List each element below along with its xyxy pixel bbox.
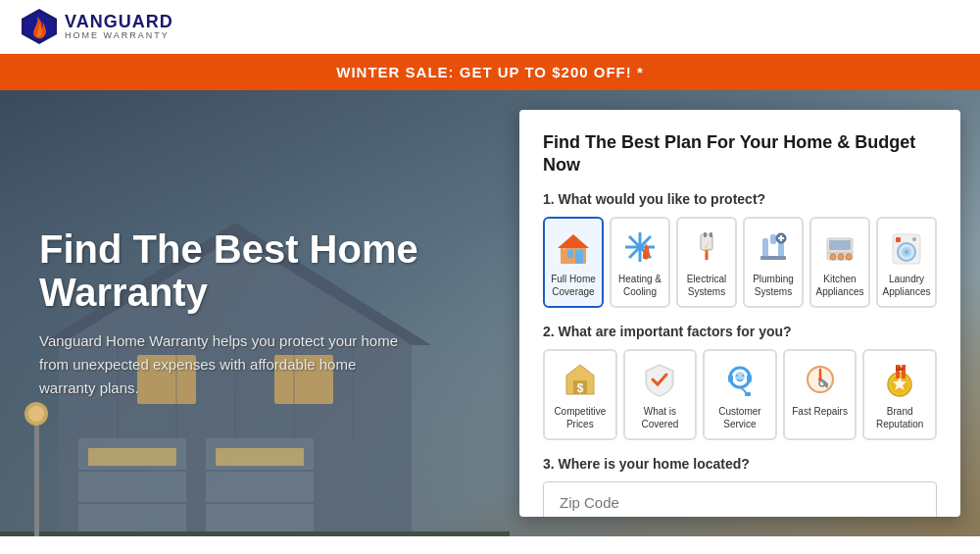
competitive-prices-label: Competitive Prices — [549, 405, 612, 430]
svg-point-49 — [838, 254, 844, 260]
protect-options-grid: Full Home Coverage — [543, 217, 937, 308]
header: VANGUARD HOME WARRANTY — [0, 0, 980, 54]
laundry-icon — [886, 227, 927, 268]
svg-point-50 — [846, 254, 852, 260]
brand-reputation-icon — [879, 359, 920, 400]
banner-asterisk: * — [632, 64, 644, 80]
logo-main-text: VANGUARD — [65, 13, 173, 30]
svg-rect-40 — [778, 242, 784, 258]
hero-subtitle: Vanguard Home Warranty helps you protect… — [39, 329, 412, 400]
plumbing-icon — [753, 227, 794, 268]
svg-rect-46 — [829, 240, 851, 250]
svg-rect-61 — [728, 375, 733, 382]
factor-options-grid: $ Competitive Prices What is Covere — [543, 349, 937, 440]
svg-marker-25 — [558, 234, 589, 248]
option-heating-cooling[interactable]: Heating & Cooling — [610, 217, 670, 308]
what-covered-label: What is Covered — [629, 405, 692, 430]
svg-rect-63 — [745, 392, 751, 396]
full-home-label: Full Home Coverage — [549, 273, 598, 298]
svg-text:$: $ — [576, 381, 583, 395]
kitchen-icon — [819, 227, 860, 268]
svg-rect-35 — [710, 232, 712, 237]
brand-reputation-label: Brand Reputation — [868, 405, 931, 430]
logo-text: VANGUARD HOME WARRANTY — [65, 13, 173, 40]
svg-rect-27 — [575, 250, 583, 264]
zip-code-input[interactable] — [543, 481, 937, 517]
option-full-home[interactable]: Full Home Coverage — [543, 217, 604, 308]
option-fast-repairs[interactable]: Fast Repairs — [783, 349, 858, 440]
svg-rect-28 — [564, 248, 565, 250]
logo: VANGUARD HOME WARRANTY — [20, 7, 173, 46]
quote-form-panel: Find The Best Plan For Your Home & Budge… — [519, 110, 960, 517]
option-customer-service[interactable]: Customer Service — [703, 349, 777, 440]
promo-banner: WINTER SALE: GET UP TO $200 OFF! * — [0, 54, 980, 90]
option-plumbing[interactable]: Plumbing Systems — [743, 217, 804, 308]
svg-rect-38 — [762, 238, 768, 258]
logo-icon — [20, 7, 59, 46]
question-3: 3. Where is your home located? — [543, 456, 937, 472]
svg-point-56 — [912, 237, 916, 241]
customer-service-icon — [719, 359, 760, 400]
svg-rect-26 — [567, 250, 573, 258]
svg-rect-41 — [760, 256, 786, 260]
question-1: 1. What would you like to protect? — [543, 191, 937, 207]
customer-service-label: Customer Service — [709, 405, 771, 430]
hero-left-panel: Find The Best Home Warranty Vanguard Hom… — [0, 90, 519, 536]
plumbing-label: Plumbing Systems — [749, 273, 798, 298]
svg-point-66 — [742, 375, 744, 377]
option-electrical[interactable]: Electrical Systems — [676, 217, 737, 308]
question-2: 2. What are important factors for you? — [543, 324, 937, 339]
fast-repairs-label: Fast Repairs — [792, 405, 848, 418]
option-laundry[interactable]: Laundry Appliances — [876, 217, 937, 308]
option-brand-reputation[interactable]: Brand Reputation — [862, 349, 937, 440]
banner-text: WINTER SALE: GET UP TO $200 OFF! — [336, 64, 631, 80]
hero-section: Find The Best Home Warranty Vanguard Hom… — [0, 90, 980, 536]
heating-cooling-label: Heating & Cooling — [615, 273, 664, 298]
hero-title: Find The Best Home Warranty — [39, 227, 490, 314]
option-competitive-prices[interactable]: $ Competitive Prices — [543, 349, 617, 440]
svg-rect-39 — [770, 234, 776, 244]
option-what-covered[interactable]: What is Covered — [623, 349, 698, 440]
competitive-prices-icon: $ — [560, 359, 601, 400]
svg-point-48 — [830, 254, 836, 260]
electrical-label: Electrical Systems — [682, 273, 731, 298]
hero-content: Find The Best Home Warranty Vanguard Hom… — [0, 90, 980, 536]
svg-point-54 — [905, 250, 908, 254]
heating-cooling-icon — [619, 227, 661, 268]
laundry-label: Laundry Appliances — [882, 273, 931, 298]
option-kitchen[interactable]: Kitchen Appliances — [809, 217, 870, 308]
full-home-icon — [553, 227, 594, 268]
fast-repairs-icon — [800, 359, 841, 400]
electrical-icon — [686, 227, 727, 268]
svg-rect-34 — [704, 232, 707, 237]
kitchen-label: Kitchen Appliances — [815, 273, 864, 298]
what-covered-icon — [639, 359, 680, 400]
svg-rect-62 — [747, 375, 752, 382]
svg-point-65 — [736, 375, 738, 377]
form-title: Find The Best Plan For Your Home & Budge… — [543, 131, 937, 177]
logo-sub-text: HOME WARRANTY — [65, 30, 173, 40]
svg-rect-55 — [896, 237, 901, 242]
